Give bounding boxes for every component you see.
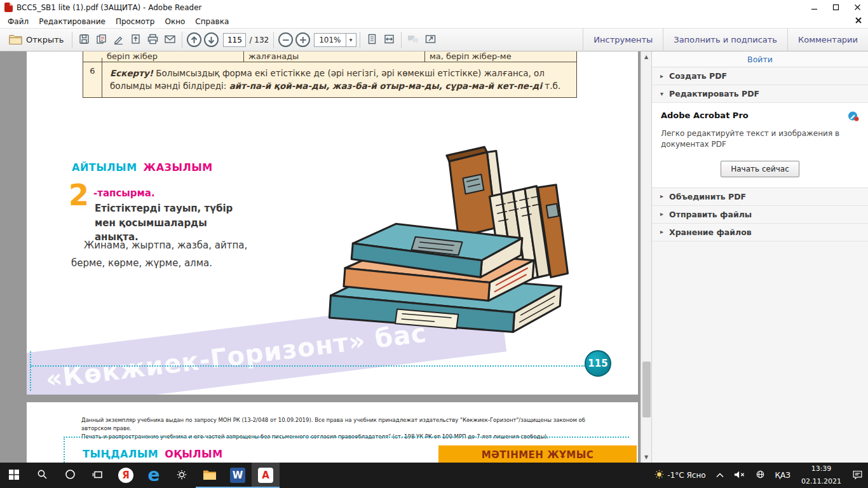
- panel-item-file-storage[interactable]: ▸ Хранение файлов: [652, 224, 868, 241]
- toolbar-tab-fill-sign[interactable]: Заполнить и подписать: [663, 29, 787, 51]
- menubar-close-icon[interactable]: [855, 17, 862, 25]
- previous-page-button[interactable]: [187, 32, 201, 47]
- toolbar-separator: [360, 32, 360, 48]
- panel-item-edit-pdf[interactable]: ▾ Редактировать PDF: [652, 85, 868, 103]
- vertical-scrollbar[interactable]: ▲ ▼: [641, 51, 651, 463]
- menu-help[interactable]: Справка: [190, 17, 234, 26]
- clock[interactable]: 13:39 02.11.2021: [796, 463, 847, 488]
- toolbar-tabs: Инструменты Заполнить и подписать Коммен…: [583, 29, 868, 51]
- start-now-button[interactable]: Начать сейчас: [721, 161, 799, 177]
- scrollbar-thumb[interactable]: [642, 362, 651, 417]
- fit-width-button[interactable]: [381, 31, 398, 48]
- taskbar-acrobat-button[interactable]: A: [252, 463, 280, 488]
- zoom-dropdown-arrow-icon[interactable]: ▼: [346, 34, 356, 46]
- acrobat-pro-promo: Adobe Acrobat Pro Легко редактируйте тек…: [652, 103, 868, 188]
- menu-window[interactable]: Окно: [159, 17, 190, 26]
- acrobat-pro-icon: [848, 111, 859, 124]
- comment-bubbles-icon: [407, 33, 419, 47]
- task-view-button[interactable]: [84, 463, 112, 488]
- copy-button[interactable]: [93, 31, 110, 48]
- taskbar-word-button[interactable]: W: [224, 463, 252, 488]
- open-file-button[interactable]: Открыть: [4, 31, 69, 49]
- menu-view[interactable]: Просмотр: [111, 17, 160, 26]
- open-folder-icon: [9, 34, 22, 46]
- window-title: BCC5_SB1 lite (1).pdf (ЗАЩИТА) - Adobe R…: [17, 3, 201, 12]
- toolbar-separator: [401, 32, 402, 48]
- panel-item-label: Объединить PDF: [669, 192, 746, 201]
- taskbar-yandex-button[interactable]: Я: [112, 463, 140, 488]
- open-button-label: Открыть: [26, 35, 64, 44]
- start-button[interactable]: [0, 463, 28, 488]
- note-cell: Ескерту! Болымсыздық форма екі етістікке…: [102, 62, 576, 97]
- close-button[interactable]: [846, 0, 868, 15]
- zoom-out-button[interactable]: −: [278, 32, 293, 47]
- share-button[interactable]: [127, 31, 144, 48]
- search-button[interactable]: [28, 463, 56, 488]
- heading-reading: ОҚЫЛЫМ: [165, 448, 222, 460]
- weather-label: -1°C Ясно: [667, 471, 705, 480]
- volume-button[interactable]: [729, 463, 750, 488]
- save-button[interactable]: [76, 31, 93, 48]
- menu-file[interactable]: Файл: [3, 17, 34, 26]
- taskbar-explorer-button[interactable]: [196, 463, 224, 488]
- menu-bar: Файл Редактирование Просмотр Окно Справк…: [0, 15, 868, 28]
- scroll-up-icon[interactable]: ▲: [641, 51, 651, 62]
- time-label: 13:39: [811, 464, 832, 473]
- zoom-level-select[interactable]: 101% ▼: [314, 33, 356, 47]
- promo-description: Легко редактируйте текст и изображения в…: [661, 128, 848, 150]
- menu-edit[interactable]: Редактирование: [34, 17, 111, 26]
- adobe-reader-window: BCC5_SB1 lite (1).pdf (ЗАЩИТА) - Adobe R…: [0, 0, 868, 488]
- minimize-button[interactable]: [803, 0, 825, 15]
- dotted-divider: [64, 437, 629, 438]
- taskbar-settings-button[interactable]: [168, 463, 196, 488]
- scroll-down-icon[interactable]: ▼: [641, 452, 651, 463]
- fit-width-icon: [383, 33, 395, 47]
- tray-overflow-button[interactable]: [711, 463, 729, 488]
- network-button[interactable]: [750, 463, 770, 488]
- page-view-button[interactable]: [363, 31, 381, 48]
- task-view-icon: [92, 470, 104, 482]
- weather-widget[interactable]: -1°C Ясно: [649, 463, 710, 488]
- toolbar-separator: [72, 32, 72, 48]
- cortana-button[interactable]: [56, 463, 84, 488]
- comments-button-disabled: [405, 31, 422, 48]
- section-headings: ТЫҢДАЛЫМ ОҚЫЛЫМ: [83, 448, 223, 460]
- weather-icon: [654, 470, 664, 481]
- document-canvas: беріп жібер жалғанады ма, беріп жібер-ме…: [0, 51, 641, 463]
- task-number: 2: [69, 180, 89, 210]
- next-page-button[interactable]: [204, 32, 219, 47]
- action-center-button[interactable]: [847, 463, 868, 488]
- toolbar-tab-comments[interactable]: Комментарии: [787, 29, 868, 51]
- panel-item-create-pdf[interactable]: ▸ Создать PDF: [652, 67, 868, 85]
- sign-in-link[interactable]: Войти: [747, 55, 773, 64]
- heading-writing: ЖАЗЫЛЫМ: [144, 161, 213, 173]
- task-label: -тапсырма.: [93, 187, 155, 199]
- main-area: беріп жібер жалғанады ма, беріп жібер-ме…: [0, 51, 868, 463]
- fullscreen-icon: [424, 33, 437, 47]
- taskbar-edge-button[interactable]: e: [140, 463, 168, 488]
- tools-panel: Войти ▸ Создать PDF ▾ Редактировать PDF …: [651, 51, 868, 463]
- panel-item-label: Хранение файлов: [669, 227, 752, 237]
- toolbar-tab-tools[interactable]: Инструменты: [583, 29, 663, 51]
- zoom-in-button[interactable]: +: [295, 32, 310, 47]
- maximize-button[interactable]: [825, 0, 846, 15]
- print-button[interactable]: [144, 31, 161, 48]
- email-button[interactable]: [161, 31, 179, 48]
- language-indicator[interactable]: ҚАЗ: [770, 463, 796, 488]
- settings-gear-icon: [176, 469, 187, 482]
- table-row: беріп жібер жалғанады ма, беріп жібер-ме: [83, 51, 576, 62]
- page-number-input[interactable]: [223, 33, 246, 47]
- panel-item-send-files[interactable]: ▸ Отправить файлы: [652, 206, 868, 224]
- sign-button[interactable]: [110, 31, 127, 48]
- note-title: Ескерту!: [110, 68, 153, 78]
- panel-item-label: Создать PDF: [669, 71, 727, 81]
- panel-item-combine-pdf[interactable]: ▸ Объединить PDF: [652, 188, 868, 206]
- promo-title: Adobe Acrobat Pro: [661, 111, 749, 120]
- dotted-divider: [64, 437, 65, 463]
- note-tail: т.б.: [545, 81, 560, 91]
- grammar-table: беріп жібер жалғанады ма, беріп жібер-ме…: [83, 51, 577, 98]
- copyright-line-1: Данный экземпляр учебника выдан по запро…: [81, 416, 609, 433]
- fullscreen-button[interactable]: [422, 31, 439, 48]
- table-row: 6 Ескерту! Болымсыздық форма екі етістік…: [83, 62, 576, 97]
- dotted-divider: [31, 365, 585, 367]
